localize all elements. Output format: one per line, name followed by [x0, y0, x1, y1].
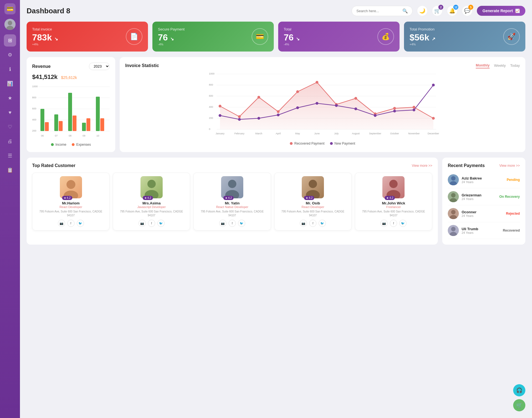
customer-name-1: Mrs.Asima [116, 201, 186, 205]
sidebar-item-dashboard[interactable]: ⊞ [4, 34, 16, 47]
facebook-icon-2[interactable]: f [229, 220, 236, 227]
stat-card-info: Total 76 ↘ -4% [284, 27, 300, 46]
cart-button[interactable]: 🛒 2 [432, 6, 443, 16]
sidebar-item-analytics[interactable]: 📊 [4, 78, 16, 90]
payment-item-0: Aziz Bakree 24 Years Pending [448, 171, 520, 188]
customer-img-2: ★ 4.2 [221, 176, 243, 198]
sidebar-avatar[interactable] [4, 19, 16, 30]
payment-status-2: Rejected [506, 212, 520, 216]
sidebar-item-favorites[interactable]: ♥ [4, 106, 16, 119]
rating-badge-0: ★ 4.2 [62, 196, 72, 200]
instagram-icon-1[interactable]: 📷 [139, 220, 146, 227]
support-float-button[interactable]: 🎧 [513, 384, 525, 396]
customers-card: Top Rated Customer View more >> ★ 4.2 Mr… [27, 158, 438, 245]
notification-button[interactable]: 🔔 12 [447, 6, 457, 16]
stat-change-1: -4% [158, 43, 185, 46]
customer-img-1: ★ 4.2 [140, 176, 163, 198]
facebook-icon-4[interactable]: f [390, 220, 397, 227]
svg-text:October: October [390, 132, 399, 135]
invoice-line-chart: 1000 800 600 400 200 0 [125, 72, 520, 139]
sidebar-item-star[interactable]: ★ [4, 92, 16, 104]
instagram-icon-3[interactable]: 📷 [300, 220, 307, 227]
payments-view-more[interactable]: View more >> [499, 164, 520, 168]
customers-view-more[interactable]: View more >> [412, 164, 432, 168]
customer-name-2: Mr. Yatin [197, 201, 267, 205]
twitter-icon-0[interactable]: 🐦 [77, 220, 84, 227]
sidebar-item-print[interactable]: 🖨 [4, 135, 16, 147]
payment-name-2: Oconner [462, 210, 476, 214]
sidebar-item-wishlist[interactable]: ♡ [4, 121, 16, 133]
main-content: Dashboard 8 🔍 🌙 🛒 2 🔔 12 💬 5 Gen [20, 0, 532, 418]
tab-weekly[interactable]: Weekly [494, 63, 506, 68]
income-dot [51, 143, 54, 146]
instagram-icon-2[interactable]: 📷 [219, 220, 226, 227]
twitter-icon-2[interactable]: 🐦 [238, 220, 245, 227]
customer-addr-3: 795 Folsom Ave, Suite 600 San Francisco,… [278, 210, 348, 217]
income-legend: Income [51, 143, 66, 147]
message-button[interactable]: 💬 5 [462, 6, 472, 16]
sidebar-logo[interactable]: 💳 [4, 3, 16, 14]
svg-text:06: 06 [41, 134, 44, 137]
instagram-icon-4[interactable]: 📷 [380, 220, 388, 227]
svg-text:07: 07 [55, 134, 58, 137]
sidebar-item-settings[interactable]: ⚙ [4, 49, 16, 61]
stat-change-3: +4% [410, 43, 435, 46]
generate-report-button[interactable]: Generate Report 📈 [477, 6, 525, 16]
customer-img-0: ★ 4.2 [60, 176, 82, 198]
twitter-icon-3[interactable]: 🐦 [319, 220, 326, 227]
customer-addr-2: 795 Folsom Ave, Suite 600 San Francisco,… [197, 210, 267, 217]
svg-rect-22 [100, 118, 104, 131]
payment-item-1: Griezerman 24 Years On Recovery [448, 188, 520, 205]
svg-point-45 [296, 90, 299, 93]
instagram-icon-0[interactable]: 📷 [58, 220, 65, 227]
tab-monthly[interactable]: Monthly [476, 63, 490, 68]
svg-text:400: 400 [32, 118, 36, 121]
svg-point-42 [238, 115, 241, 118]
svg-rect-16 [59, 121, 63, 131]
theme-toggle-button[interactable]: 🌙 [417, 6, 428, 16]
revenue-bar-chart: 1000 800 600 400 200 [32, 84, 110, 140]
svg-point-53 [219, 114, 221, 117]
customer-role-0: React Developer [36, 205, 106, 209]
svg-text:November: November [408, 132, 420, 135]
payment-status-1: On Recovery [499, 195, 520, 199]
customer-card-3: ★ 4.2 Mr. Osib React Developer 795 Folso… [274, 173, 352, 230]
year-select[interactable]: 2023 [89, 63, 110, 70]
svg-rect-17 [68, 93, 72, 131]
customer-card-0: ★ 4.2 Mr.Hariom React Developer 795 Fols… [32, 173, 109, 230]
twitter-icon-1[interactable]: 🐦 [157, 220, 165, 227]
sidebar-item-info[interactable]: ℹ [4, 63, 16, 75]
facebook-icon-1[interactable]: f [148, 220, 155, 227]
stat-icon-3: 🚀 [503, 28, 520, 45]
svg-point-54 [238, 118, 241, 121]
payment-info-2: Oconner 24 Years [462, 210, 476, 217]
invoice-title: Invoice Statistic [125, 63, 159, 68]
recovered-dot [290, 142, 293, 145]
stat-icon-2: 💰 [377, 28, 394, 45]
sidebar-item-menu[interactable]: ☰ [4, 150, 16, 162]
sidebar: 💳 ⊞ ⚙ ℹ 📊 ★ ♥ ♡ 🖨 ☰ 📋 [0, 0, 20, 418]
stat-value-0: 783k ↘ [32, 32, 58, 43]
search-input[interactable] [356, 9, 400, 13]
social-icons-4: 📷 f 🐦 [359, 220, 429, 227]
cart-float-button[interactable]: 🛒 [513, 399, 525, 411]
sidebar-item-list[interactable]: 📋 [4, 164, 16, 176]
facebook-icon-0[interactable]: f [67, 220, 75, 227]
svg-point-62 [393, 110, 396, 112]
logo-icon: 💳 [7, 6, 14, 12]
new-payment-legend: New Payment [330, 142, 355, 145]
search-box[interactable]: 🔍 [352, 6, 413, 16]
tab-today[interactable]: Today [510, 63, 520, 68]
customer-name-3: Mr. Osib [278, 201, 348, 205]
customers-grid: ★ 4.2 Mr.Hariom React Developer 795 Fols… [32, 173, 432, 230]
rating-badge-1: ★ 4.2 [143, 196, 153, 200]
svg-text:10: 10 [96, 134, 99, 137]
svg-point-48 [354, 97, 357, 100]
facebook-icon-3[interactable]: f [309, 220, 316, 227]
svg-point-59 [335, 104, 338, 107]
svg-text:09: 09 [83, 134, 85, 137]
twitter-icon-4[interactable]: 🐦 [399, 220, 406, 227]
star-icon: ★ [225, 196, 227, 199]
payments-header: Recent Payments View more >> [448, 163, 520, 168]
svg-point-57 [296, 106, 299, 109]
